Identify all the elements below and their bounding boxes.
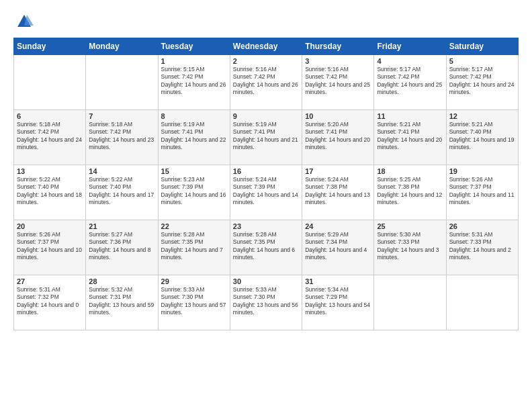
calendar-week-row: 6Sunrise: 5:18 AM Sunset: 7:42 PM Daylig… — [14, 110, 519, 165]
calendar-cell: 5Sunrise: 5:17 AM Sunset: 7:42 PM Daylig… — [446, 55, 518, 110]
day-number: 7 — [89, 112, 154, 120]
day-info: Sunrise: 5:28 AM Sunset: 7:35 PM Dayligh… — [161, 231, 227, 262]
calendar-cell — [374, 275, 446, 330]
page: SundayMondayTuesdayWednesdayThursdayFrid… — [0, 0, 532, 411]
day-number: 1 — [161, 57, 227, 65]
day-info: Sunrise: 5:24 AM Sunset: 7:39 PM Dayligh… — [233, 176, 299, 207]
logo — [13, 12, 34, 31]
calendar-cell: 13Sunrise: 5:22 AM Sunset: 7:40 PM Dayli… — [14, 165, 86, 220]
calendar-header-row: SundayMondayTuesdayWednesdayThursdayFrid… — [14, 38, 519, 55]
day-number: 22 — [161, 222, 227, 230]
day-number: 26 — [449, 222, 515, 230]
day-of-week-header: Thursday — [302, 38, 374, 55]
day-number: 16 — [233, 167, 299, 175]
calendar-week-row: 1Sunrise: 5:15 AM Sunset: 7:42 PM Daylig… — [14, 55, 519, 110]
calendar-cell: 2Sunrise: 5:16 AM Sunset: 7:42 PM Daylig… — [230, 55, 302, 110]
calendar-cell: 3Sunrise: 5:16 AM Sunset: 7:42 PM Daylig… — [302, 55, 374, 110]
day-info: Sunrise: 5:18 AM Sunset: 7:42 PM Dayligh… — [89, 121, 154, 152]
calendar-cell: 20Sunrise: 5:26 AM Sunset: 7:37 PM Dayli… — [14, 220, 86, 275]
calendar-cell: 18Sunrise: 5:25 AM Sunset: 7:38 PM Dayli… — [374, 165, 446, 220]
day-info: Sunrise: 5:16 AM Sunset: 7:42 PM Dayligh… — [305, 66, 371, 97]
day-info: Sunrise: 5:28 AM Sunset: 7:35 PM Dayligh… — [233, 231, 299, 262]
day-number: 20 — [17, 222, 83, 230]
calendar-cell: 1Sunrise: 5:15 AM Sunset: 7:42 PM Daylig… — [158, 55, 230, 110]
day-info: Sunrise: 5:19 AM Sunset: 7:41 PM Dayligh… — [161, 121, 227, 152]
day-number: 24 — [305, 222, 371, 230]
calendar-cell: 14Sunrise: 5:22 AM Sunset: 7:40 PM Dayli… — [86, 165, 158, 220]
day-info: Sunrise: 5:17 AM Sunset: 7:42 PM Dayligh… — [377, 66, 443, 97]
calendar-cell: 16Sunrise: 5:24 AM Sunset: 7:39 PM Dayli… — [230, 165, 302, 220]
day-info: Sunrise: 5:30 AM Sunset: 7:33 PM Dayligh… — [377, 231, 443, 262]
day-info: Sunrise: 5:33 AM Sunset: 7:30 PM Dayligh… — [161, 286, 227, 317]
day-number: 4 — [377, 57, 443, 65]
day-info: Sunrise: 5:21 AM Sunset: 7:40 PM Dayligh… — [449, 121, 515, 152]
day-info: Sunrise: 5:22 AM Sunset: 7:40 PM Dayligh… — [89, 176, 154, 207]
day-number: 12 — [449, 112, 515, 120]
day-info: Sunrise: 5:22 AM Sunset: 7:40 PM Dayligh… — [17, 176, 83, 207]
day-number: 19 — [449, 167, 515, 175]
day-info: Sunrise: 5:21 AM Sunset: 7:41 PM Dayligh… — [377, 121, 443, 152]
day-number: 23 — [233, 222, 299, 230]
calendar-cell: 24Sunrise: 5:29 AM Sunset: 7:34 PM Dayli… — [302, 220, 374, 275]
calendar-cell: 12Sunrise: 5:21 AM Sunset: 7:40 PM Dayli… — [446, 110, 518, 165]
day-of-week-header: Saturday — [446, 38, 518, 55]
calendar-cell: 30Sunrise: 5:33 AM Sunset: 7:30 PM Dayli… — [230, 275, 302, 330]
day-info: Sunrise: 5:26 AM Sunset: 7:37 PM Dayligh… — [17, 231, 83, 262]
day-info: Sunrise: 5:27 AM Sunset: 7:36 PM Dayligh… — [89, 231, 154, 262]
day-of-week-header: Monday — [86, 38, 158, 55]
svg-marker-1 — [24, 15, 34, 26]
day-number: 28 — [89, 277, 154, 285]
day-info: Sunrise: 5:32 AM Sunset: 7:31 PM Dayligh… — [89, 286, 154, 317]
day-info: Sunrise: 5:19 AM Sunset: 7:41 PM Dayligh… — [233, 121, 299, 152]
calendar-cell: 27Sunrise: 5:31 AM Sunset: 7:32 PM Dayli… — [14, 275, 86, 330]
day-info: Sunrise: 5:15 AM Sunset: 7:42 PM Dayligh… — [161, 66, 227, 97]
calendar-cell: 17Sunrise: 5:24 AM Sunset: 7:38 PM Dayli… — [302, 165, 374, 220]
day-number: 3 — [305, 57, 371, 65]
day-number: 14 — [89, 167, 154, 175]
calendar-cell: 7Sunrise: 5:18 AM Sunset: 7:42 PM Daylig… — [86, 110, 158, 165]
day-info: Sunrise: 5:23 AM Sunset: 7:39 PM Dayligh… — [161, 176, 227, 207]
day-number: 15 — [161, 167, 227, 175]
day-number: 5 — [449, 57, 515, 65]
day-info: Sunrise: 5:33 AM Sunset: 7:30 PM Dayligh… — [233, 286, 299, 317]
header — [13, 12, 519, 31]
calendar-cell: 8Sunrise: 5:19 AM Sunset: 7:41 PM Daylig… — [158, 110, 230, 165]
calendar-cell: 15Sunrise: 5:23 AM Sunset: 7:39 PM Dayli… — [158, 165, 230, 220]
day-info: Sunrise: 5:24 AM Sunset: 7:38 PM Dayligh… — [305, 176, 371, 207]
logo-icon — [15, 12, 34, 31]
day-info: Sunrise: 5:34 AM Sunset: 7:29 PM Dayligh… — [305, 286, 371, 317]
calendar-week-row: 27Sunrise: 5:31 AM Sunset: 7:32 PM Dayli… — [14, 275, 519, 330]
day-number: 29 — [161, 277, 227, 285]
day-info: Sunrise: 5:25 AM Sunset: 7:38 PM Dayligh… — [377, 176, 443, 207]
calendar-cell: 23Sunrise: 5:28 AM Sunset: 7:35 PM Dayli… — [230, 220, 302, 275]
calendar-cell: 21Sunrise: 5:27 AM Sunset: 7:36 PM Dayli… — [86, 220, 158, 275]
day-number: 18 — [377, 167, 443, 175]
day-of-week-header: Tuesday — [158, 38, 230, 55]
day-info: Sunrise: 5:31 AM Sunset: 7:33 PM Dayligh… — [449, 231, 515, 262]
calendar: SundayMondayTuesdayWednesdayThursdayFrid… — [13, 38, 519, 330]
day-info: Sunrise: 5:20 AM Sunset: 7:41 PM Dayligh… — [305, 121, 371, 152]
day-number: 30 — [233, 277, 299, 285]
calendar-cell: 26Sunrise: 5:31 AM Sunset: 7:33 PM Dayli… — [446, 220, 518, 275]
day-info: Sunrise: 5:31 AM Sunset: 7:32 PM Dayligh… — [17, 286, 83, 317]
day-info: Sunrise: 5:18 AM Sunset: 7:42 PM Dayligh… — [17, 121, 83, 152]
calendar-cell: 11Sunrise: 5:21 AM Sunset: 7:41 PM Dayli… — [374, 110, 446, 165]
day-number: 6 — [17, 112, 83, 120]
day-info: Sunrise: 5:16 AM Sunset: 7:42 PM Dayligh… — [233, 66, 299, 97]
day-of-week-header: Wednesday — [230, 38, 302, 55]
calendar-cell — [86, 55, 158, 110]
day-number: 13 — [17, 167, 83, 175]
day-info: Sunrise: 5:29 AM Sunset: 7:34 PM Dayligh… — [305, 231, 371, 262]
calendar-week-row: 13Sunrise: 5:22 AM Sunset: 7:40 PM Dayli… — [14, 165, 519, 220]
day-info: Sunrise: 5:17 AM Sunset: 7:42 PM Dayligh… — [449, 66, 515, 97]
day-number: 21 — [89, 222, 154, 230]
day-number: 25 — [377, 222, 443, 230]
calendar-cell: 4Sunrise: 5:17 AM Sunset: 7:42 PM Daylig… — [374, 55, 446, 110]
calendar-week-row: 20Sunrise: 5:26 AM Sunset: 7:37 PM Dayli… — [14, 220, 519, 275]
calendar-cell: 6Sunrise: 5:18 AM Sunset: 7:42 PM Daylig… — [14, 110, 86, 165]
calendar-cell: 29Sunrise: 5:33 AM Sunset: 7:30 PM Dayli… — [158, 275, 230, 330]
day-number: 11 — [377, 112, 443, 120]
day-number: 31 — [305, 277, 371, 285]
calendar-cell: 9Sunrise: 5:19 AM Sunset: 7:41 PM Daylig… — [230, 110, 302, 165]
day-number: 10 — [305, 112, 371, 120]
